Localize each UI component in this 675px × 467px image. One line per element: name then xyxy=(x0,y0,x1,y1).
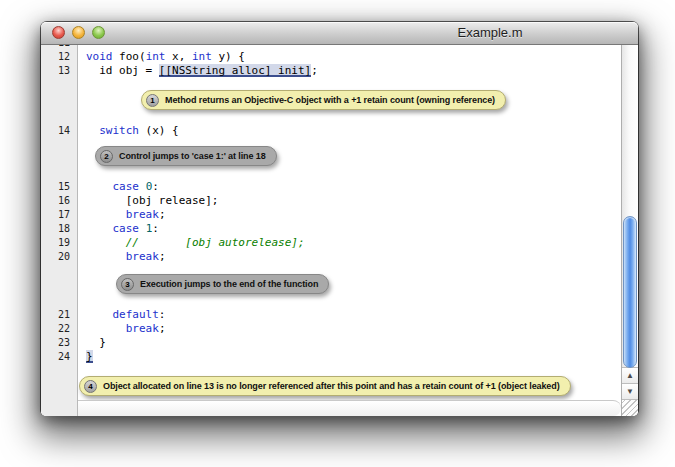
code-line-20: 20 break; xyxy=(41,250,621,264)
close-button[interactable] xyxy=(52,26,65,39)
minimize-button[interactable] xyxy=(72,26,85,39)
zoom-button[interactable] xyxy=(92,26,105,39)
code-text: break; xyxy=(78,250,166,264)
code-text: case 0: xyxy=(78,180,159,194)
scrollbar-track[interactable] xyxy=(622,45,638,367)
line-number: 24 xyxy=(41,350,78,364)
code-text: break; xyxy=(78,208,166,222)
line-number: 18 xyxy=(41,222,78,236)
code-editor: 1112void foo(int x, int y) {13 id obj = … xyxy=(41,45,621,416)
horizontal-scrollbar-track[interactable] xyxy=(78,400,621,416)
window-controls xyxy=(52,26,105,39)
line-number: 15 xyxy=(41,180,78,194)
note-text: Execution jumps to the end of the functi… xyxy=(140,279,318,289)
code-line-17: 17 break; xyxy=(41,208,621,222)
code-text: break; xyxy=(78,322,166,336)
resize-grip-icon[interactable] xyxy=(622,399,638,416)
analyzer-note-1: 1Method returns an Objective-C object wi… xyxy=(141,90,506,110)
code-text: } xyxy=(78,336,106,350)
note-text: Control jumps to 'case 1:' at line 18 xyxy=(119,151,266,161)
line-number: 19 xyxy=(41,236,78,250)
desktop-background: Example.m 1112void foo(int x, int y) {13… xyxy=(0,0,675,467)
code-line-21: 21 default: xyxy=(41,308,621,322)
vertical-scrollbar: ▲ ▼ xyxy=(621,45,638,416)
code-text: default: xyxy=(78,308,165,322)
analyzer-note-4: 4Object allocated on line 13 is no longe… xyxy=(79,376,571,396)
code-text: [obj release]; xyxy=(78,194,218,208)
line-number: 17 xyxy=(41,208,78,222)
code-line-18: 18 case 1: xyxy=(41,222,621,236)
step-number-badge: 3 xyxy=(121,278,134,291)
code-text: // [obj autorelease]; xyxy=(78,236,305,250)
line-number: 20 xyxy=(41,250,78,264)
line-number: 12 xyxy=(41,50,78,64)
titlebar[interactable]: Example.m xyxy=(41,22,638,45)
code-text: id obj = [[NSString alloc] init]; xyxy=(78,64,318,78)
line-number: 21 xyxy=(41,308,78,322)
analyzer-note-3: 3Execution jumps to the end of the funct… xyxy=(116,274,329,294)
line-number: 13 xyxy=(41,64,78,78)
arrow-up-icon: ▲ xyxy=(626,372,634,380)
code-line-24: 24} xyxy=(41,350,621,364)
line-number: 14 xyxy=(41,124,78,138)
code-line-19: 19 // [obj autorelease]; xyxy=(41,236,621,250)
code-line-22: 22 break; xyxy=(41,322,621,336)
line-number: 16 xyxy=(41,194,78,208)
step-number-badge: 2 xyxy=(100,150,113,163)
code-line-16: 16 [obj release]; xyxy=(41,194,621,208)
step-number-badge: 1 xyxy=(146,94,159,107)
code-text: void foo(int x, int y) { xyxy=(78,50,245,64)
code-line-12: 12void foo(int x, int y) { xyxy=(41,50,621,64)
example-m-window: Example.m 1112void foo(int x, int y) {13… xyxy=(41,22,638,415)
step-number-badge: 4 xyxy=(84,380,97,393)
arrow-down-icon: ▼ xyxy=(626,388,634,396)
scroll-down-button[interactable]: ▼ xyxy=(622,383,638,399)
window-title: Example.m xyxy=(457,22,522,44)
window-body: 1112void foo(int x, int y) {13 id obj = … xyxy=(41,45,638,416)
scrollbar-thumb[interactable] xyxy=(623,216,637,368)
code-text: case 1: xyxy=(78,222,159,236)
code-line-13: 13 id obj = [[NSString alloc] init]; xyxy=(41,64,621,78)
line-number: 22 xyxy=(41,322,78,336)
code-line-14: 14 switch (x) { xyxy=(41,124,621,138)
code-line-15: 15 case 0: xyxy=(41,180,621,194)
code-line-23: 23 } xyxy=(41,336,621,350)
line-number: 23 xyxy=(41,336,78,350)
analyzer-note-2: 2Control jumps to 'case 1:' at line 18 xyxy=(95,146,277,166)
note-text: Method returns an Objective-C object wit… xyxy=(165,95,495,105)
code-text: } xyxy=(78,350,93,364)
code-flow: 1112void foo(int x, int y) {13 id obj = … xyxy=(41,45,621,400)
code-text: switch (x) { xyxy=(78,124,179,138)
scroll-up-button[interactable]: ▲ xyxy=(622,367,638,383)
note-text: Object allocated on line 13 is no longer… xyxy=(103,381,560,391)
